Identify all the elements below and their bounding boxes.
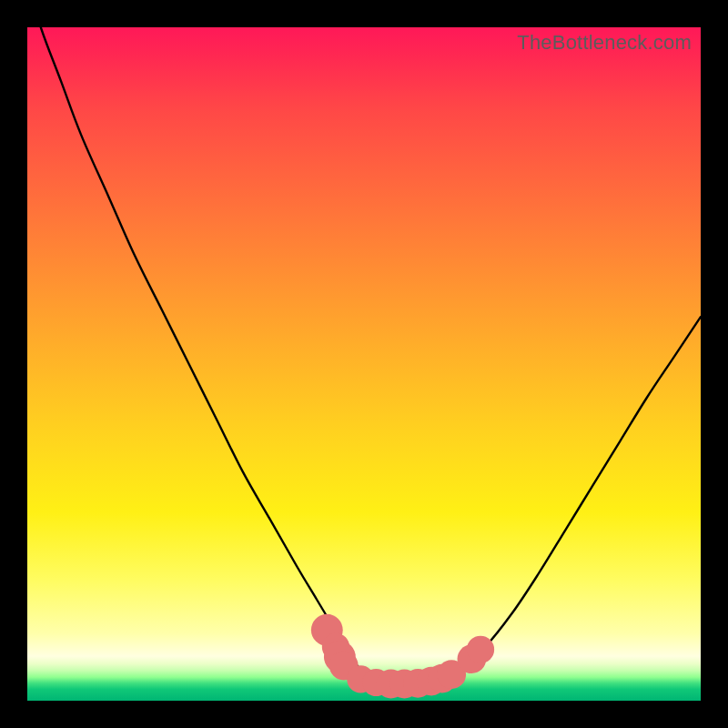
watermark-label: TheBottleneck.com xyxy=(517,31,692,55)
curve-marker xyxy=(467,636,494,663)
plot-area: TheBottleneck.com xyxy=(27,27,701,701)
marker-layer xyxy=(311,614,494,699)
chart-svg xyxy=(27,27,701,701)
bottleneck-curve xyxy=(27,27,701,684)
curve-layer xyxy=(27,27,701,684)
chart-frame: TheBottleneck.com xyxy=(0,0,728,728)
